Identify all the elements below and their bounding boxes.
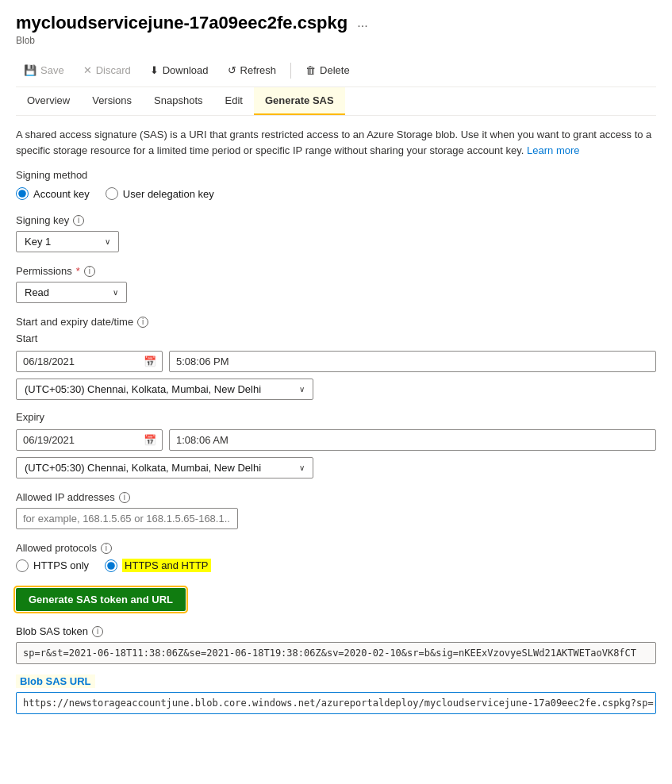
signing-key-section: Signing key i Key 1 ∨ [16, 214, 656, 252]
blob-sas-token-info-icon[interactable]: i [92, 626, 103, 637]
blob-sas-url-label-wrapper: Blob SAS URL [16, 675, 656, 687]
download-button[interactable]: ⬇ Download [142, 60, 217, 80]
save-button[interactable]: 💾 Save [16, 60, 72, 80]
permissions-section: Permissions * i Read ∨ [16, 265, 656, 303]
start-date-wrapper: 📅 [16, 351, 163, 372]
learn-more-link[interactable]: Learn more [527, 144, 579, 156]
start-timezone-chevron-icon: ∨ [299, 385, 305, 394]
signing-key-dropdown[interactable]: Key 1 ∨ [16, 231, 119, 252]
expiry-timezone-chevron-icon: ∨ [299, 463, 305, 472]
start-datetime-row: 📅 [16, 351, 656, 372]
delete-icon: 🗑 [305, 64, 316, 76]
generate-sas-button[interactable]: Generate SAS token and URL [16, 588, 186, 611]
expiry-date-wrapper: 📅 [16, 429, 163, 451]
toolbar-separator [290, 63, 291, 79]
permissions-info-icon[interactable]: i [84, 266, 95, 277]
account-key-radio[interactable] [16, 187, 29, 200]
allowed-protocols-info-icon[interactable]: i [101, 543, 112, 554]
start-expiry-info-icon[interactable]: i [137, 317, 148, 328]
https-http-option[interactable]: HTTPS and HTTP [105, 559, 210, 572]
allowed-ip-input[interactable] [16, 508, 238, 529]
allowed-ip-info-icon[interactable]: i [119, 492, 130, 503]
start-date-input[interactable] [16, 351, 163, 372]
permissions-chevron-icon: ∨ [113, 288, 118, 297]
discard-icon: ✕ [83, 64, 92, 76]
expiry-timezone-dropdown[interactable]: (UTC+05:30) Chennai, Kolkata, Mumbai, Ne… [16, 457, 313, 478]
blob-sas-token-section: Blob SAS token i sp=r&st=2021-06-18T11:3… [16, 625, 656, 664]
account-key-label: Account key [33, 188, 90, 200]
allowed-ip-label: Allowed IP addresses i [16, 491, 656, 503]
https-http-label: HTTPS and HTTP [122, 559, 210, 572]
start-calendar-icon[interactable]: 📅 [144, 355, 156, 367]
expiry-datetime-row: 📅 [16, 429, 656, 451]
ellipsis-button[interactable]: ... [354, 16, 371, 30]
signing-method-radio-group: Account key User delegation key [16, 187, 656, 200]
account-key-option[interactable]: Account key [16, 187, 90, 200]
blob-sas-url-section: Blob SAS URL https://newstorageaccountju… [16, 675, 656, 714]
tab-edit[interactable]: Edit [214, 87, 254, 115]
start-expiry-section: Start and expiry date/time i Start 📅 (UT… [16, 316, 656, 478]
permissions-required-marker: * [76, 265, 80, 277]
signing-method-section: Signing method Account key User delegati… [16, 169, 656, 200]
blob-sas-url-value[interactable]: https://newstorageaccountjune.blob.core.… [16, 692, 656, 714]
expiry-time-input[interactable] [169, 429, 656, 451]
tab-overview[interactable]: Overview [16, 87, 81, 115]
blob-sas-token-label: Blob SAS token i [16, 625, 656, 637]
https-only-option[interactable]: HTTPS only [16, 559, 89, 572]
blob-sas-url-label: Blob SAS URL [16, 674, 95, 688]
start-expiry-label: Start and expiry date/time i [16, 316, 656, 328]
delete-button[interactable]: 🗑 Delete [298, 60, 358, 80]
discard-button[interactable]: ✕ Discard [75, 60, 139, 80]
permissions-dropdown[interactable]: Read ∨ [16, 282, 127, 303]
start-time-input[interactable] [169, 351, 656, 372]
signing-method-label: Signing method [16, 169, 656, 181]
https-only-label: HTTPS only [33, 559, 89, 571]
user-delegation-key-option[interactable]: User delegation key [106, 187, 214, 200]
signing-key-chevron-icon: ∨ [105, 237, 110, 246]
tab-generate-sas[interactable]: Generate SAS [254, 87, 345, 115]
refresh-button[interactable]: ↺ Refresh [220, 60, 285, 80]
start-label: Start [16, 332, 656, 344]
signing-key-info-icon[interactable]: i [73, 215, 84, 226]
save-icon: 💾 [24, 64, 36, 76]
expiry-date-input[interactable] [16, 429, 163, 451]
https-http-radio[interactable] [105, 559, 117, 572]
protocol-radio-group: HTTPS only HTTPS and HTTP [16, 559, 656, 572]
page-title: mycloudservicejune-17a09eec2fe.cspkg [16, 13, 348, 33]
https-only-radio[interactable] [16, 559, 29, 572]
allowed-protocols-section: Allowed protocols i HTTPS only HTTPS and… [16, 542, 656, 572]
start-timezone-dropdown[interactable]: (UTC+05:30) Chennai, Kolkata, Mumbai, Ne… [16, 379, 313, 400]
toolbar: 💾 Save ✕ Discard ⬇ Download ↺ Refresh 🗑 … [16, 54, 656, 87]
allowed-protocols-label: Allowed protocols i [16, 542, 656, 554]
refresh-icon: ↺ [228, 64, 236, 76]
user-delegation-key-radio[interactable] [106, 187, 118, 200]
blob-sas-token-value[interactable]: sp=r&st=2021-06-18T11:38:06Z&se=2021-06-… [16, 642, 656, 664]
expiry-label: Expiry [16, 411, 656, 423]
tab-versions[interactable]: Versions [81, 87, 143, 115]
user-delegation-key-label: User delegation key [123, 188, 214, 200]
allowed-ip-section: Allowed IP addresses i [16, 491, 656, 529]
download-icon: ⬇ [150, 64, 159, 76]
signing-key-label: Signing key i [16, 214, 656, 226]
description-text: A shared access signature (SAS) is a URI… [16, 127, 656, 158]
permissions-label: Permissions * i [16, 265, 656, 277]
expiry-calendar-icon[interactable]: 📅 [144, 434, 156, 446]
blob-subtitle: Blob [16, 35, 656, 46]
tab-snapshots[interactable]: Snapshots [143, 87, 213, 115]
tabs-bar: Overview Versions Snapshots Edit Generat… [16, 87, 656, 116]
